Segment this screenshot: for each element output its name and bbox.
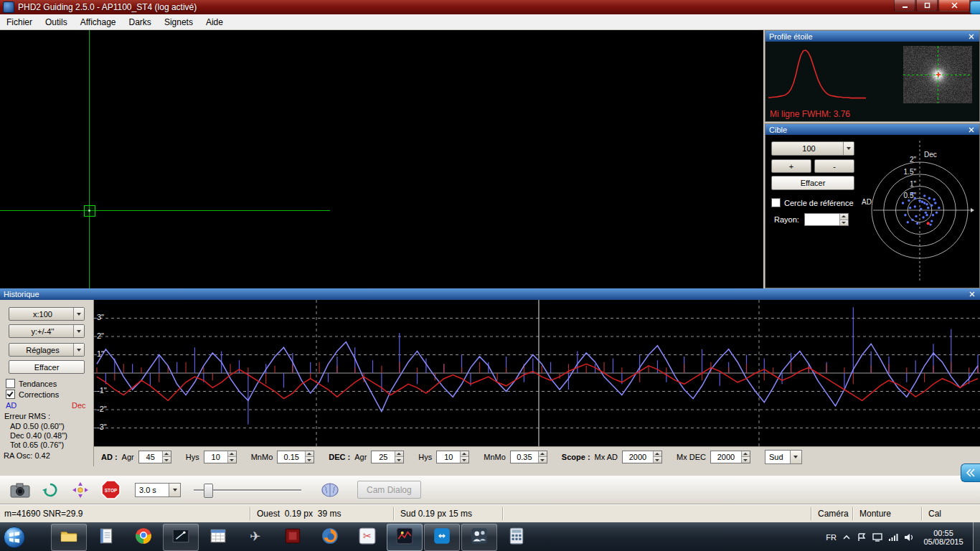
ra-minmove-label: MnMo [251, 453, 273, 461]
loop-exposures-button[interactable] [39, 479, 62, 501]
dec-minmove-arrows[interactable] [538, 451, 547, 463]
star-profile-close-icon[interactable] [967, 32, 976, 41]
max-dec-arrows[interactable] [741, 451, 750, 463]
target-content: 100 + - Effacer Cercle de référence Rayo… [765, 135, 979, 288]
radius-spinner[interactable]: 2.0 [804, 213, 849, 226]
brain-button[interactable] [319, 479, 341, 501]
zoom-out-button[interactable]: - [814, 159, 854, 173]
taskbar-item-phd2[interactable] [387, 524, 423, 551]
menu-item-outils[interactable]: Outils [39, 15, 74, 29]
tray-flag-icon[interactable] [857, 533, 867, 542]
statusbar-separator [852, 507, 854, 520]
target-clear-button[interactable]: Effacer [771, 176, 854, 190]
reference-circle-checkbox[interactable] [771, 198, 781, 207]
star-profile-caption: Profile étoile [765, 31, 979, 42]
tray-network-icon[interactable] [888, 533, 898, 542]
history-clear-button[interactable]: Effacer [9, 360, 85, 374]
y-scale-select[interactable]: y:+/-4'' [9, 324, 85, 338]
menu-item-aide[interactable]: Aide [199, 15, 230, 29]
right-panels: Profile étoile Mi ligne FWHM: 3.76 Cible [765, 30, 980, 288]
dec-hysteresis-arrows[interactable] [460, 451, 468, 463]
brain-icon [320, 481, 340, 499]
close-icon [951, 2, 958, 9]
tray-display-icon[interactable] [872, 533, 882, 542]
radius-spinner-arrows[interactable] [839, 214, 848, 225]
taskbar-clock[interactable]: 00:55 05/08/2015 [920, 529, 967, 546]
menubar: Fichier Outils Affichage Darks Signets A… [0, 14, 980, 30]
ra-aggression-arrows[interactable] [162, 451, 171, 463]
exposure-select[interactable]: 3.0 s [135, 483, 181, 497]
status-mount: Monture [859, 509, 891, 519]
dec-aggression-label: Agr [354, 453, 367, 461]
show-desktop-button[interactable] [973, 522, 980, 551]
taskbar-item-plane[interactable]: ✈ [237, 524, 273, 551]
corrections-checkbox[interactable] [6, 390, 15, 399]
dec-aggression-arrows[interactable] [395, 451, 403, 463]
target-zoom-select[interactable]: 100 [771, 141, 854, 156]
x-scale-select[interactable]: x:100 [9, 307, 85, 321]
stop-button[interactable]: STOP [99, 479, 122, 501]
history-close-icon[interactable] [968, 290, 976, 298]
taskbar-item-red-app[interactable] [275, 524, 311, 551]
target-close-icon[interactable] [967, 126, 976, 134]
ra-hysteresis-arrows[interactable] [227, 451, 236, 463]
menu-item-fichier[interactable]: Fichier [0, 15, 39, 29]
taskbar-item-contacts[interactable] [461, 524, 497, 551]
gamma-slider[interactable] [194, 483, 301, 497]
dec-hysteresis-spinner[interactable]: 10 [436, 451, 469, 463]
taskbar-item-firefox[interactable] [312, 524, 348, 551]
taskbar-items: ✈✂ [51, 524, 536, 551]
teamviewer-edge-tab[interactable] [961, 463, 980, 482]
dec-aggression-spinner[interactable]: 25 [371, 451, 404, 463]
ra-aggression-spinner[interactable]: 45 [138, 451, 171, 463]
crosshair-horizontal [0, 210, 330, 211]
history-sidebar: x:100 y:+/-4'' Réglages Effacer Tendance… [0, 300, 94, 466]
taskbar-item-notepad[interactable] [88, 524, 124, 551]
zoom-in-button[interactable]: + [771, 159, 811, 173]
slider-thumb[interactable] [204, 484, 213, 498]
ra-minmove-arrows[interactable] [305, 451, 314, 463]
max-ra-spinner[interactable]: 2000 [622, 451, 662, 463]
ra-section-label: AD : [101, 453, 118, 461]
star-profile-content: Mi ligne FWHM: 3.76 [765, 42, 979, 121]
image-viewer-icon [171, 527, 190, 548]
maximize-button[interactable] [916, 0, 938, 11]
taskbar-item-explorer[interactable] [51, 524, 87, 551]
menu-item-signets[interactable]: Signets [158, 15, 199, 29]
trends-checkbox[interactable] [6, 379, 15, 388]
tray-volume-icon[interactable] [904, 533, 914, 542]
edge-tab-top[interactable] [970, 1, 980, 14]
tray-expand-icon[interactable] [842, 534, 851, 541]
fwhm-label: Mi ligne FWHM: 3.76 [770, 109, 850, 119]
menu-item-affichage[interactable]: Affichage [74, 15, 123, 29]
dec-minmove-spinner[interactable]: 0.35 [510, 451, 547, 463]
start-button[interactable] [2, 525, 27, 550]
max-dec-spinner[interactable]: 2000 [710, 451, 750, 463]
red-app-icon [283, 527, 302, 548]
taskbar-item-spreadsheet[interactable] [200, 524, 236, 551]
taskbar-item-teamviewer[interactable] [424, 524, 460, 551]
dec-minmove-label: MnMo [484, 453, 506, 461]
menu-item-darks[interactable]: Darks [123, 15, 158, 29]
guide-button[interactable] [69, 479, 92, 501]
radius-label: Rayon: [774, 215, 799, 224]
language-indicator[interactable]: FR [826, 533, 837, 542]
target-zoom-arrow-icon [843, 142, 854, 155]
ra-minmove-spinner[interactable]: 0.15 [277, 451, 314, 463]
ra-hysteresis-spinner[interactable]: 10 [204, 451, 237, 463]
rms-ra: AD 0.50 (0.60'') [10, 422, 65, 430]
taskbar-item-snipping[interactable]: ✂ [349, 524, 385, 551]
graph-settings-select[interactable]: Réglages [9, 343, 85, 357]
max-ra-arrows[interactable] [653, 451, 661, 463]
taskbar-item-calculator[interactable] [499, 524, 534, 551]
minimize-button[interactable] [894, 0, 915, 11]
cam-dialog-button[interactable]: Cam Dialog [357, 481, 421, 499]
notepad-icon [97, 527, 116, 548]
hemisphere-select[interactable]: Sud [765, 450, 802, 464]
close-button[interactable] [938, 0, 970, 11]
taskbar-item-image-viewer[interactable] [163, 524, 199, 551]
max-ra-label: Mx AD [595, 453, 618, 461]
graph-y-tick-m1: -1" [97, 386, 107, 395]
camera-connect-button[interactable] [9, 479, 32, 501]
taskbar-item-chrome[interactable] [126, 524, 161, 551]
